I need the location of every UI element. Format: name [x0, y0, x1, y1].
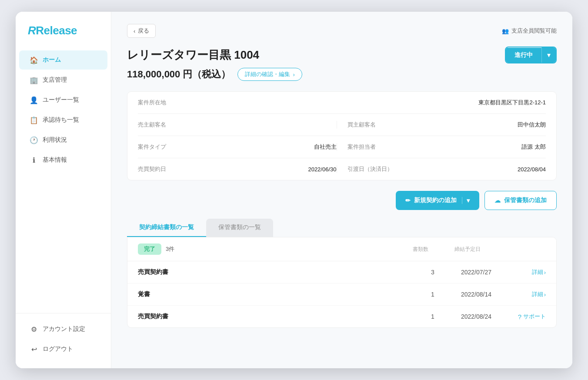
sidebar-bottom: ⚙ アカウント設定 ↩ ログアウト [16, 313, 111, 368]
manager-label: 案件担当者 [347, 143, 426, 151]
chevron-right-icon: › [293, 71, 294, 78]
sidebar-item-logout[interactable]: ↩ ログアウト [19, 340, 107, 359]
add-storage-button[interactable]: ☁ 保管書類の追加 [484, 191, 557, 210]
tabs-row: 契約締結書類の一覧 保管書類の一覧 [127, 219, 557, 237]
price-row: 118,000,000 円（税込） 詳細の確認・編集 › [127, 68, 557, 81]
info-row-location: 案件所在地 東京都目黒区下目黒2-12-1 [138, 92, 546, 114]
table-row: 覚書 1 2022/08/14 詳細 › [127, 283, 556, 306]
table-row: 売買契約書 3 2022/07/27 詳細 › [127, 261, 556, 283]
count-label: 3件 [166, 245, 174, 253]
edit-detail-button[interactable]: 詳細の確認・編集 › [237, 68, 302, 81]
logo: RRelease [16, 12, 111, 46]
tab-contracts[interactable]: 契約締結書類の一覧 [127, 219, 206, 237]
people-icon: 👥 [502, 28, 509, 34]
col-doc-count: 書類数 [413, 246, 428, 253]
row-count: 1 [415, 313, 450, 320]
delivery-date-value: 2022/08/04 [426, 166, 546, 173]
sidebar: RRelease 🏠 ホーム 🏢 支店管理 👤 ユーザー一覧 📋 承認待ち一覧 … [16, 12, 111, 368]
status-button[interactable]: 進行中 ▾ [505, 47, 557, 63]
sidebar-item-label: ホーム [43, 56, 61, 64]
sidebar-item-account[interactable]: ⚙ アカウント設定 [19, 320, 107, 339]
info-row-type-manager: 案件タイプ 自社売主 案件担当者 語源 太郎 [138, 136, 546, 158]
row-name: 売買契約書 [138, 313, 415, 320]
buyer-value: 田中信太朗 [426, 121, 546, 129]
sidebar-item-users[interactable]: 👤 ユーザー一覧 [19, 90, 107, 110]
visibility-badge: 👥 支店全員閲覧可能 [502, 27, 557, 35]
buyer-section: 買主顧客名 田中信太朗 [337, 121, 546, 129]
row-date: 2022/07/27 [450, 269, 502, 276]
pending-icon: 📋 [30, 116, 38, 124]
seller-label: 売主顧客名 [138, 121, 216, 129]
delivery-date-section: 引渡日（決済日） 2022/08/04 [337, 165, 546, 173]
top-bar: ‹ 戻る 👥 支店全員閲覧可能 [127, 24, 557, 38]
location-value: 東京都目黒区下目黒2-12-1 [216, 99, 546, 107]
tab-storage[interactable]: 保管書類の一覧 [206, 219, 273, 237]
sidebar-item-pending[interactable]: 📋 承認待ち一覧 [19, 110, 107, 130]
add-contract-button[interactable]: ✏ 新規契約の追加 ▾ [396, 191, 479, 210]
sidebar-item-label: ユーザー一覧 [43, 96, 79, 104]
type-section: 案件タイプ 自社売主 [138, 143, 337, 151]
usage-icon: 🕐 [30, 136, 38, 144]
chevron-right-icon: › [544, 269, 546, 276]
delivery-date-label: 引渡日（決済日） [347, 165, 426, 173]
sidebar-item-branch[interactable]: 🏢 支店管理 [19, 70, 107, 90]
logout-icon: ↩ [30, 345, 38, 353]
row-count: 1 [415, 291, 450, 298]
row-count: 3 [415, 269, 450, 276]
chevron-left-icon: ‹ [134, 28, 135, 34]
contract-date-value: 2022/06/30 [216, 166, 337, 173]
sidebar-item-label: 支店管理 [43, 76, 67, 84]
actions-row: ✏ 新規契約の追加 ▾ ☁ 保管書類の追加 [127, 191, 557, 210]
branch-icon: 🏢 [30, 76, 38, 84]
row-date: 2022/08/14 [450, 291, 502, 298]
question-icon: ? [518, 313, 521, 320]
row-detail-link[interactable]: 詳細 › [502, 290, 546, 298]
sidebar-item-label: 基本情報 [43, 156, 67, 164]
main-content: ‹ 戻る 👥 支店全員閲覧可能 レリーズタワー目黒 1004 進行中 ▾ 118… [111, 12, 572, 368]
sidebar-item-home[interactable]: 🏠 ホーム [19, 50, 107, 70]
sidebar-item-label: ログアウト [43, 345, 73, 353]
status-dropdown-arrow[interactable]: ▾ [541, 47, 556, 63]
type-value: 自社売主 [216, 143, 337, 151]
sidebar-item-usage[interactable]: 🕐 利用状況 [19, 130, 107, 150]
table-header: 完了 3件 書類数 締結予定日 [127, 237, 556, 261]
user-icon: 👤 [30, 96, 38, 104]
info-icon: ℹ [30, 156, 38, 164]
type-label: 案件タイプ [138, 143, 216, 151]
col-date: 締結予定日 [454, 246, 481, 253]
row-detail-link[interactable]: 詳細 › [502, 268, 546, 276]
contract-date-label: 売買契約日 [138, 165, 216, 173]
sidebar-nav: 🏠 ホーム 🏢 支店管理 👤 ユーザー一覧 📋 承認待ち一覧 🕐 利用状況 ℹ [16, 46, 111, 313]
row-date: 2022/08/24 [450, 313, 502, 320]
manager-value: 語源 太郎 [426, 143, 546, 151]
location-label: 案件所在地 [138, 99, 216, 107]
dropdown-arrow-icon[interactable]: ▾ [462, 197, 470, 204]
sidebar-item-label: 承認待ち一覧 [43, 116, 79, 124]
table-row: 売買契約書 1 2022/08/24 ? サポート [127, 306, 556, 327]
back-button[interactable]: ‹ 戻る [127, 24, 156, 38]
gear-icon: ⚙ [30, 325, 38, 333]
property-header: レリーズタワー目黒 1004 進行中 ▾ [127, 47, 557, 63]
chevron-right-icon: › [544, 291, 546, 298]
sidebar-item-label: 利用状況 [43, 136, 67, 144]
contract-date-section: 売買契約日 2022/06/30 [138, 165, 337, 173]
status-label: 進行中 [506, 48, 541, 63]
info-card: 案件所在地 東京都目黒区下目黒2-12-1 売主顧客名 買主顧客名 田中信太朗 [127, 91, 557, 180]
table-card: 完了 3件 書類数 締結予定日 売買契約書 3 2022/07/27 [127, 237, 557, 328]
row-name: 売買契約書 [138, 268, 415, 276]
buyer-label: 買主顧客名 [347, 121, 426, 129]
info-row-parties: 売主顧客名 買主顧客名 田中信太朗 [138, 114, 546, 136]
seller-section: 売主顧客名 [138, 121, 337, 129]
manager-section: 案件担当者 語源 太郎 [337, 143, 546, 151]
sidebar-item-info[interactable]: ℹ 基本情報 [19, 150, 107, 170]
logo-r-icon: R [28, 24, 36, 37]
upload-icon: ☁ [494, 197, 501, 204]
home-icon: 🏠 [30, 56, 38, 64]
completed-badge: 完了 [138, 243, 161, 255]
edit-icon: ✏ [405, 197, 411, 204]
property-price: 118,000,000 円（税込） [127, 68, 231, 81]
property-title: レリーズタワー目黒 1004 [127, 47, 259, 63]
info-row-dates: 売買契約日 2022/06/30 引渡日（決済日） 2022/08/04 [138, 158, 546, 180]
sidebar-item-label: アカウント設定 [43, 325, 85, 333]
row-support-link[interactable]: ? サポート [502, 313, 546, 320]
